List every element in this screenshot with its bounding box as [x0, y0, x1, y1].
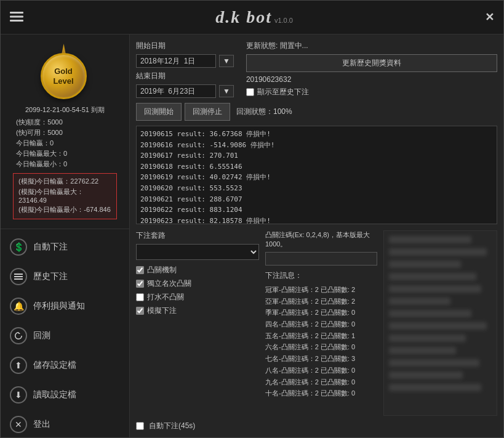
water-checkbox[interactable]	[136, 293, 144, 301]
bet-detail-line: 冠軍-凸關注碼：2 已凸關數: 2	[265, 284, 377, 296]
bet-detail-line: 五名-凸關注碼：2 已凸關數: 1	[265, 330, 377, 342]
water-label: 打水不凸關	[147, 292, 184, 302]
menu-button[interactable]	[10, 10, 23, 25]
nav-label-load: 讀取設定檔	[33, 389, 76, 400]
log-line: 20190616 result: -514.9086 停損中!	[140, 140, 493, 151]
end-date-label: 結束日期	[136, 71, 167, 81]
app-title: d.k bot	[215, 7, 272, 27]
bt-stop-btn[interactable]: 回測停止	[185, 103, 230, 121]
start-date-input[interactable]	[136, 54, 216, 68]
unique-checkbox[interactable]	[136, 280, 144, 288]
ka-label: 凸關機制	[147, 265, 177, 275]
end-date-picker-btn[interactable]: ▼	[219, 85, 234, 97]
expiry-date: 2099-12-21-00-54-51 到期	[25, 105, 105, 115]
ka-input-label: 凸關注碼(Ex: 0,2,4,8)，基本版最大1000。	[265, 231, 370, 248]
nav-item-backtest[interactable]: 回測	[1, 321, 129, 351]
speed-label: (快)額度：5000	[16, 118, 114, 127]
bet-detail-line: 八名-凸關注碼：2 已凸關數: 0	[265, 365, 377, 376]
svg-rect-3	[14, 274, 23, 275]
blur-overlay	[384, 231, 497, 415]
unique-checkbox-row: 獨立名次凸關	[136, 278, 259, 289]
sim-min: (模擬)今日輸贏最小：-674.846	[18, 205, 111, 214]
sim-label: 模擬下注	[147, 306, 177, 316]
right-panel: 開始日期 ▼ 結束日期 ▼ 更新狀態: 閒置中...	[130, 34, 503, 437]
auto-bet-icon: 💲	[10, 238, 27, 256]
log-line: 20190619 result: 40.02742 停損中!	[140, 172, 493, 183]
bet-detail-line: 十名-凸關注碼：2 已凸關數: 0	[265, 387, 377, 399]
bt-start-btn[interactable]: 回測開始	[136, 103, 182, 121]
log-area[interactable]: 20190615 result: 36.67368 停損中!20190616 r…	[136, 126, 497, 224]
water-checkbox-row: 打水不凸關	[136, 292, 259, 302]
log-line: 20190621 result: 288.6707	[140, 194, 493, 205]
update-history-btn[interactable]: 更新歷史開獎資料	[246, 54, 497, 72]
date-section: 開始日期 ▼ 結束日期 ▼	[136, 41, 234, 98]
auto-bet-checkbox[interactable]	[136, 422, 144, 430]
svg-rect-5	[14, 278, 23, 280]
today-earnings: 今日輸贏：0	[16, 139, 114, 148]
bet-detail-line: 九名-凸關注碼：2 已凸關數: 0	[265, 376, 377, 388]
show-history-checkbox[interactable]	[246, 88, 254, 96]
bet-route-label: 下注套路	[136, 230, 259, 241]
right-panel-extra	[383, 230, 497, 416]
nav-item-history[interactable]: 歷史下注	[1, 262, 129, 291]
auto-bet-label: 自動下注(45s)	[149, 421, 195, 431]
sim-checkbox-row: 模擬下注	[136, 306, 259, 316]
start-date-label: 開始日期	[136, 41, 167, 51]
sim-earnings: (模擬)今日輸贏：22762.22	[18, 177, 111, 186]
app-window: d.k bot v1.0.0 ✕ Gold Level 2099-12-21-0…	[0, 0, 504, 438]
status-text: 更新狀態: 閒置中...	[246, 41, 497, 51]
backtest-controls: 回測開始 回測停止 回測狀態：100%	[136, 103, 497, 121]
svg-rect-0	[10, 12, 23, 14]
nav-label-history: 歷史下注	[33, 271, 68, 282]
end-date-input[interactable]	[136, 84, 216, 98]
load-icon: ⬇	[10, 386, 27, 404]
svg-rect-1	[10, 15, 23, 17]
usable-label: (快)可用：5000	[16, 128, 114, 137]
nav-label-save: 儲存設定檔	[33, 360, 76, 371]
log-line: 20190617 result: 270.701	[140, 150, 493, 161]
bet-route-select[interactable]	[136, 244, 259, 260]
medal-circle: Gold Level	[41, 53, 87, 99]
close-button[interactable]: ✕	[485, 10, 494, 24]
top-controls: 開始日期 ▼ 結束日期 ▼ 更新狀態: 閒置中...	[136, 41, 497, 98]
medal-text-level: Level	[53, 76, 73, 86]
today-max: 今日輸贏最大：0	[16, 149, 114, 158]
log-line: 20190620 result: 553.5523	[140, 183, 493, 194]
nav-item-load[interactable]: ⬇ 讀取設定檔	[1, 380, 129, 410]
ka-input[interactable]	[265, 252, 377, 266]
bt-status-label: 回測狀態：100%	[236, 107, 292, 117]
end-date-row: 結束日期	[136, 71, 234, 81]
svg-rect-2	[10, 20, 23, 22]
bet-detail-line: 季軍-凸關注碼：2 已凸關數: 0	[265, 307, 377, 318]
ka-checkbox-row: 凸關機制	[136, 265, 259, 275]
today-min: 今日輸贏最小：0	[16, 160, 114, 169]
nav-item-notifications[interactable]: 🔔 停利損與通知	[1, 291, 129, 321]
unique-label: 獨立名次凸關	[147, 278, 191, 289]
start-date-input-row: ▼	[136, 54, 234, 68]
nav-item-auto-bet[interactable]: 💲 自動下注	[1, 232, 129, 262]
bet-info-label: 下注訊息：	[265, 270, 377, 281]
status-id: 20190623632	[246, 75, 497, 84]
nav-item-logout[interactable]: ✕ 登出	[1, 410, 129, 437]
show-history-label: 顯示至歷史下注	[257, 87, 309, 97]
log-line: 20190615 result: 36.67368 停損中!	[140, 129, 493, 140]
start-date-picker-btn[interactable]: ▼	[219, 55, 234, 67]
bet-detail-line: 亞軍-凸關注碼：2 已凸關數: 2	[265, 296, 377, 307]
ka-checkbox[interactable]	[136, 266, 144, 274]
sim-checkbox[interactable]	[136, 307, 144, 315]
logout-icon: ✕	[10, 416, 27, 433]
show-history-row: 顯示至歷史下注	[246, 87, 497, 97]
bet-details: 冠軍-凸關注碼：2 已凸關數: 2亞軍-凸關注碼：2 已凸關數: 2季軍-凸關注…	[265, 284, 377, 399]
nav-label-logout: 登出	[33, 419, 50, 430]
log-line: 20190623 result: 82.18578 停損中!	[140, 216, 493, 224]
gold-medal: Gold Level	[41, 44, 90, 102]
status-section: 更新狀態: 閒置中... 更新歷史開獎資料 20190623632 顯示至歷史下…	[246, 41, 497, 98]
app-version: v1.0.0	[274, 17, 293, 24]
sim-max: (模擬)今日輸贏最大：23146.49	[18, 187, 111, 204]
bet-config: 下注套路 凸關機制 獨立名次凸關 打水不凸關	[136, 230, 259, 416]
nav-label-notifications: 停利損與通知	[33, 301, 85, 312]
nav-item-save[interactable]: ⬆ 儲存設定檔	[1, 351, 129, 380]
bottom-section: 下注套路 凸關機制 獨立名次凸關 打水不凸關	[136, 230, 497, 416]
bet-detail-line: 七名-凸關注碼：2 已凸關數: 3	[265, 353, 377, 365]
start-date-row: 開始日期	[136, 41, 234, 51]
